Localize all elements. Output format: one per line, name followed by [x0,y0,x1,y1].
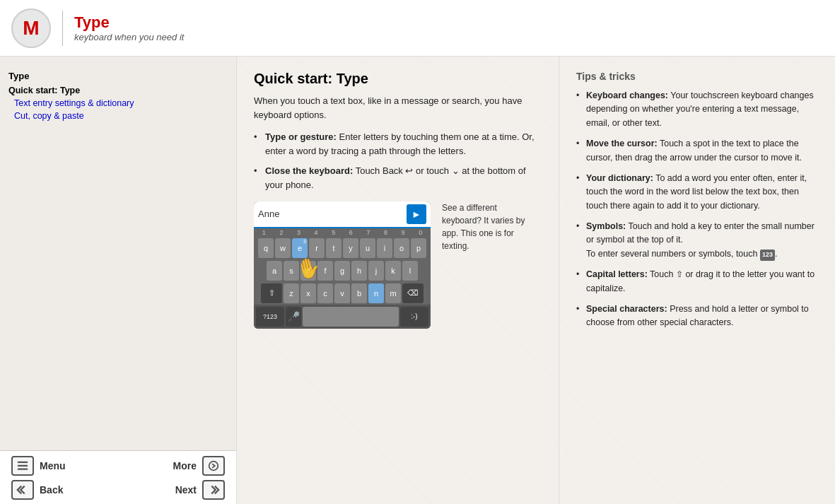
123-icon: 123 [760,250,775,261]
tip-term-1: Move the cursor: [586,139,658,148]
motorola-logo: M [11,8,51,48]
key-a[interactable]: a [267,261,282,281]
center-content: Quick start: Type When you touch a text … [237,57,559,504]
key-u[interactable]: u [360,238,375,258]
main-content: Type Quick start: Type Text entry settin… [0,57,835,504]
section-title: Quick start: Type [254,71,542,87]
key-o[interactable]: o [394,238,409,258]
key-p[interactable]: p [411,238,426,258]
back-button[interactable]: Back [11,480,66,500]
next-label: Next [175,484,197,496]
page-subtitle: keyboard when you need it [74,32,184,42]
key-k[interactable]: k [385,261,401,281]
key-d[interactable]: d [300,261,316,281]
shift-icon: ⇧ [676,268,683,281]
bullet-type-gesture: Type or gesture: Enter letters by touchi… [254,130,542,158]
next-button[interactable]: Next [173,480,225,500]
key-delete[interactable]: ⌫ [402,283,424,303]
tip-term-5: Special characters: [586,304,667,314]
tip-special-chars: Special characters: Press and hold a let… [576,303,818,330]
key-q[interactable]: q [258,238,274,258]
key-v[interactable]: v [334,283,350,303]
key-y[interactable]: y [343,238,358,258]
kb-row-2: a s d f g h j k l [254,259,431,282]
key-f[interactable]: f [317,261,333,281]
kb-send-button[interactable]: ► [407,204,426,224]
key-shift[interactable]: ⇧ [261,283,282,303]
key-g[interactable]: g [334,261,350,281]
key-l[interactable]: l [402,261,418,281]
key-c[interactable]: c [317,283,333,303]
kb-row-1: q w e 3 r t y u i o p [254,237,431,259]
svg-rect-0 [18,461,28,462]
kb-input-text: Anne [258,209,402,219]
more-button[interactable]: More [173,456,225,476]
menu-button[interactable]: Menu [11,456,66,476]
key-h[interactable]: h [351,261,367,281]
keyboard-container: Anne ► 1 2 3 4 5 6 7 [254,201,431,329]
tip-term-4: Capital letters: [586,269,648,279]
key-i[interactable]: i [377,238,392,258]
key-space[interactable] [303,307,399,327]
kb-rows-wrapper: 1 2 3 4 5 6 7 8 9 0 q [254,228,431,329]
tip-keyboard-changes: Keyboard changes: Your touchscreen keybo… [576,89,818,130]
callout-text: See a different keyboard? It varies by a… [442,201,527,252]
header-text: Type keyboard when you need it [74,13,184,42]
sidebar-nav: Type Quick start: Type Text entry settin… [8,71,228,122]
menu-icon [11,456,34,476]
key-t[interactable]: t [326,238,341,258]
kb-number-row: 1 2 3 4 5 6 7 8 9 0 [254,228,431,237]
tip-capital: Capital letters: Touch ⇧ or drag it to t… [576,268,818,295]
key-b[interactable]: b [351,283,367,303]
back-label: Back [40,484,63,496]
tips-list: Keyboard changes: Your touchscreen keybo… [576,89,818,330]
key-emoticon[interactable]: :-) [400,307,428,327]
key-m[interactable]: m [385,283,401,303]
kb-input-row: Anne ► [254,201,431,228]
key-r[interactable]: r [309,238,325,258]
tip-symbols: Symbols: Touch and hold a key to enter t… [576,220,818,261]
back-icon [11,480,34,500]
svg-rect-1 [18,464,28,466]
kb-row-3: ⇧ z x c v b n m ⌫ [254,282,431,305]
key-mic[interactable]: 🎤 [286,307,301,327]
key-e[interactable]: e 3 [292,238,308,258]
menu-label: Menu [40,460,66,471]
bullet-term-2: Close the keyboard: [265,165,353,176]
key-123[interactable]: ?123 [256,307,284,327]
svg-rect-2 [18,468,28,469]
header: M Type keyboard when you need it [0,0,835,57]
center-bullet-list: Type or gesture: Enter letters by touchi… [254,130,542,193]
sidebar-item-text-entry[interactable]: Text entry settings & dictionary [8,97,228,110]
intro-text: When you touch a text box, like in a mes… [254,94,542,122]
next-icon [202,480,225,500]
sidebar-item-quickstart[interactable]: Quick start: Type [8,84,228,97]
tip-term-2: Your dictionary: [586,173,653,183]
bottom-nav-left: Menu Back [11,456,66,500]
key-w[interactable]: w [275,238,291,258]
bottom-nav: Menu Back More [0,450,236,504]
page-wrapper: M Type keyboard when you need it Type Qu… [0,0,835,504]
sidebar-section-title: Type [8,71,228,81]
tip-term-0: Keyboard changes: [586,90,668,100]
tip-dictionary: Your dictionary: To add a word you enter… [576,172,818,213]
key-s[interactable]: s [284,261,299,281]
key-j[interactable]: j [368,261,384,281]
bullet-term-1: Type or gesture: [265,131,337,142]
kb-row-4: ?123 🎤 :-) [254,305,431,329]
more-label: More [173,460,197,471]
tip-move-cursor: Move the cursor: Touch a spot in the tex… [576,137,818,165]
key-x[interactable]: x [300,283,316,303]
tip-extra-3: To enter several numbers or symbols, tou… [586,249,777,259]
tips-title: Tips & tricks [576,71,818,82]
key-z[interactable]: z [284,283,299,303]
svg-point-3 [209,461,218,470]
right-panel: Tips & tricks Keyboard changes: Your tou… [559,57,835,504]
sidebar-item-cut-copy[interactable]: Cut, copy & paste [8,110,228,122]
bullet-close-keyboard: Close the keyboard: Touch Back ↩ or touc… [254,164,542,192]
tip-term-3: Symbols: [586,221,626,231]
more-icon [202,456,225,476]
key-n[interactable]: n [368,283,384,303]
sidebar: Type Quick start: Type Text entry settin… [0,57,237,504]
keyboard-illustration: Anne ► 1 2 3 4 5 6 7 [254,201,542,329]
